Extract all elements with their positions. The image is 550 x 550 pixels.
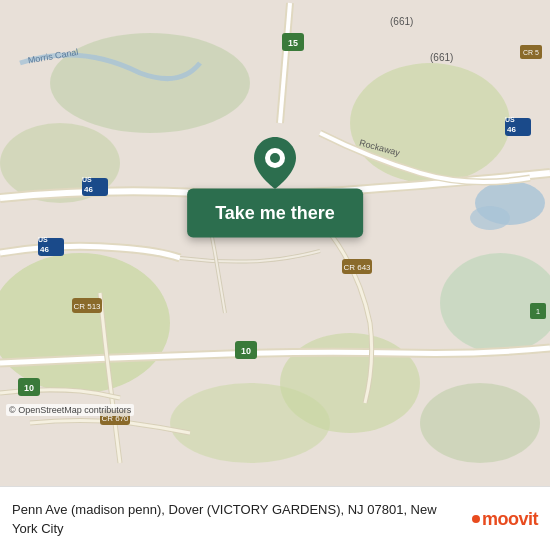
logo-dot bbox=[472, 515, 480, 523]
bottom-bar: Penn Ave (madison penn), Dover (VICTORY … bbox=[0, 486, 550, 550]
svg-text:46: 46 bbox=[40, 245, 49, 254]
svg-text:1: 1 bbox=[536, 307, 541, 316]
svg-text:CR 5: CR 5 bbox=[523, 49, 539, 56]
svg-text:46: 46 bbox=[507, 125, 516, 134]
svg-text:US: US bbox=[38, 236, 48, 243]
svg-point-2 bbox=[350, 63, 510, 183]
address-text: Penn Ave (madison penn), Dover (VICTORY … bbox=[12, 501, 462, 537]
svg-text:US: US bbox=[82, 176, 92, 183]
svg-text:10: 10 bbox=[24, 383, 34, 393]
svg-text:15: 15 bbox=[288, 38, 298, 48]
svg-text:US: US bbox=[505, 116, 515, 123]
svg-text:CR 643: CR 643 bbox=[343, 263, 371, 272]
svg-point-8 bbox=[420, 383, 540, 463]
svg-point-5 bbox=[50, 33, 250, 133]
svg-text:(661): (661) bbox=[390, 16, 413, 27]
moovit-logo: moovit bbox=[472, 509, 538, 530]
logo-text: moovit bbox=[482, 509, 538, 530]
svg-text:CR 513: CR 513 bbox=[73, 302, 101, 311]
map-container: 15 US 46 US 46 10 10 CR 643 CR 513 CR 67… bbox=[0, 0, 550, 486]
svg-text:46: 46 bbox=[84, 185, 93, 194]
svg-text:(661): (661) bbox=[430, 52, 453, 63]
osm-attribution: © OpenStreetMap contributors bbox=[6, 404, 134, 416]
svg-point-7 bbox=[170, 383, 330, 463]
svg-point-10 bbox=[470, 206, 510, 230]
app: 15 US 46 US 46 10 10 CR 643 CR 513 CR 67… bbox=[0, 0, 550, 550]
svg-text:10: 10 bbox=[241, 346, 251, 356]
take-me-there-button[interactable]: Take me there bbox=[187, 189, 363, 238]
